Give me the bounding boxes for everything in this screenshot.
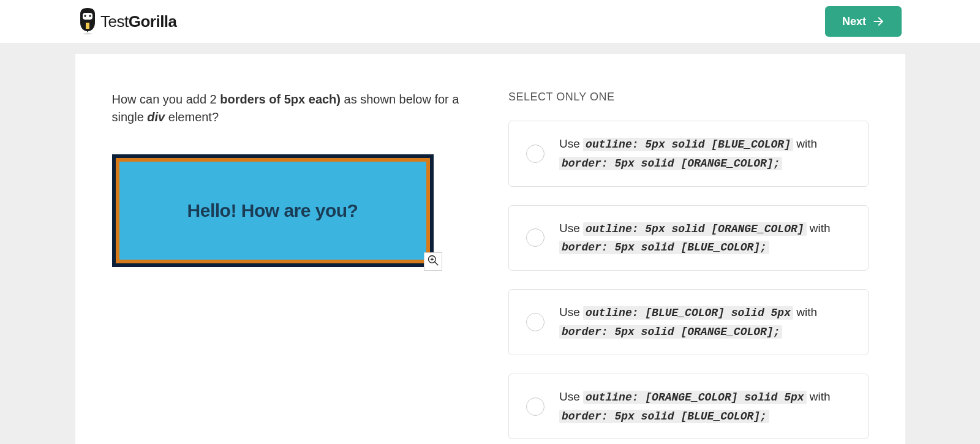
answers-heading: SELECT ONLY ONE [508,91,869,103]
question-column: How can you add 2 borders of 5px each) a… [112,91,472,439]
brand-text-bold: Gorilla [129,12,177,31]
answer-option-3[interactable]: Use outline: [BLUE_COLOR] solid 5px with… [508,289,869,355]
opt-mid: with [807,390,831,403]
q-prefix: How can you add 2 [112,92,221,106]
answer-option-1[interactable]: Use outline: 5px solid [BLUE_COLOR] with… [508,121,869,187]
arrow-right-icon [872,15,884,28]
q-suffix: element? [165,110,219,124]
brand-text: TestGorilla [100,12,177,31]
opt-pre: Use [559,390,583,403]
stage: How can you add 2 borders of 5px each) a… [0,43,980,444]
gorilla-icon [78,8,97,35]
option-body: Use outline: [ORANGE_COLOR] solid 5px wi… [559,388,851,426]
svg-point-5 [83,33,92,35]
option-body: Use outline: [BLUE_COLOR] solid 5px with… [559,303,851,341]
option-body: Use outline: 5px solid [ORANGE_COLOR] wi… [559,219,851,257]
radio-icon [526,397,545,416]
svg-line-8 [434,262,438,266]
brand-logo: TestGorilla [78,8,177,35]
question-text: How can you add 2 borders of 5px each) a… [112,91,472,126]
illus-outer-border: Hello! How are you? [112,154,434,267]
illus-content-box: Hello! How are you? [119,162,426,260]
next-button[interactable]: Next [825,6,902,37]
zoom-button[interactable] [424,252,442,271]
opt-code1: outline: [BLUE_COLOR] solid 5px [583,306,793,320]
opt-pre: Use [559,222,583,235]
radio-icon [526,145,545,163]
svg-rect-3 [86,23,89,29]
opt-pre: Use [559,137,583,150]
opt-code2: border: 5px solid [ORANGE_COLOR]; [559,157,782,170]
illus-inner-border: Hello! How are you? [116,158,430,263]
opt-code2: border: 5px solid [BLUE_COLOR]; [559,410,769,423]
brand-text-light: Test [100,12,129,31]
opt-pre: Use [559,306,583,318]
opt-code1: outline: [ORANGE_COLOR] solid 5px [583,391,806,404]
radio-icon [526,313,545,331]
opt-code1: outline: 5px solid [BLUE_COLOR] [583,138,793,151]
opt-mid: with [793,137,817,150]
illustration: Hello! How are you? [112,154,434,267]
header-bar: TestGorilla Next [0,0,980,43]
zoom-in-icon [427,254,439,269]
q-ital: div [147,110,165,124]
answers-column: SELECT ONLY ONE Use outline: 5px solid [… [508,91,869,439]
answer-option-4[interactable]: Use outline: [ORANGE_COLOR] solid 5px wi… [508,374,869,440]
opt-code1: outline: 5px solid [ORANGE_COLOR] [583,222,806,236]
svg-point-1 [84,15,86,17]
svg-point-2 [89,15,91,17]
option-body: Use outline: 5px solid [BLUE_COLOR] with… [559,135,851,173]
opt-mid: with [807,222,831,235]
answer-option-2[interactable]: Use outline: 5px solid [ORANGE_COLOR] wi… [508,205,869,271]
opt-mid: with [793,306,817,318]
radio-icon [526,228,545,247]
opt-code2: border: 5px solid [BLUE_COLOR]; [559,241,769,254]
next-label: Next [842,15,866,28]
illus-text: Hello! How are you? [187,200,358,221]
question-card: How can you add 2 borders of 5px each) a… [75,54,905,444]
opt-code2: border: 5px solid [ORANGE_COLOR]; [559,325,782,339]
q-bold: borders of 5px each) [220,92,341,106]
